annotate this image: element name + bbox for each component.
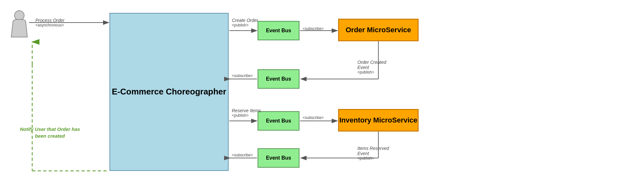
event-bus-4: Event Bus	[258, 148, 299, 168]
inventory-microservice: Inventory MicroService	[338, 109, 419, 132]
event-bus-3: Event Bus	[258, 111, 299, 131]
choreographer-label: E-Commerce Choreographer	[112, 86, 226, 97]
subscribe-1-label: <subscribe>	[303, 26, 324, 31]
subscribe-2-label: <subscribe>	[232, 74, 253, 78]
subscribe-4-label: <subscribe>	[232, 153, 253, 157]
create-order-label: Create Order <publish>	[232, 18, 258, 27]
event-bus-2: Event Bus	[258, 69, 299, 89]
diagram: E-Commerce Choreographer Event Bus Event…	[0, 0, 644, 187]
subscribe-3-label: <subscribe>	[303, 115, 324, 120]
event-bus-1: Event Bus	[258, 21, 299, 40]
actor	[10, 10, 29, 39]
items-reserved-label: Items Reserved Event <publish>	[357, 146, 389, 161]
choreographer-box: E-Commerce Choreographer	[109, 13, 229, 171]
svg-point-0	[14, 11, 24, 20]
order-created-label: Order Created Event <publish>	[357, 60, 386, 74]
reserve-items-label: Reserve Items <publish>	[232, 108, 261, 118]
process-order-label: Process Order <asynchronous>	[35, 18, 64, 27]
order-microservice: Order MicroService	[338, 19, 419, 41]
notify-label: Notify User that Order has been created	[18, 126, 82, 139]
